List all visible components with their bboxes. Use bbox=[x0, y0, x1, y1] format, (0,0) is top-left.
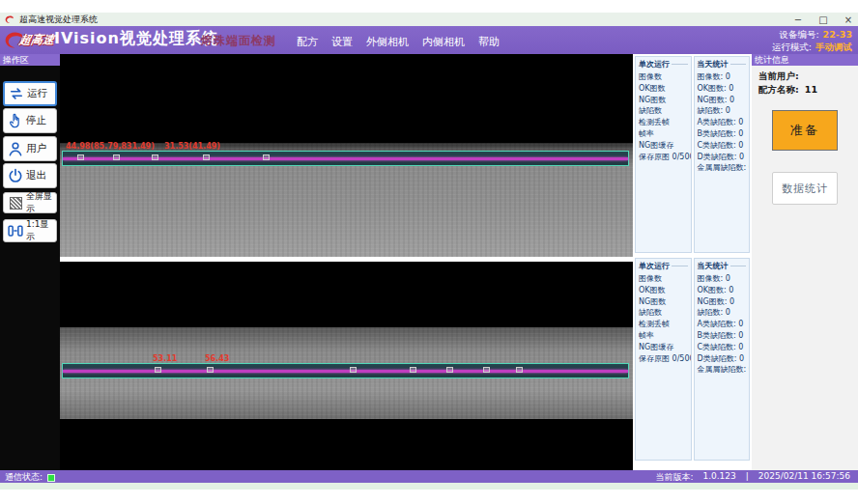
marker-box bbox=[446, 367, 453, 373]
minimize-button[interactable]: − bbox=[792, 14, 804, 25]
marker-box bbox=[483, 367, 490, 373]
groupbox-title: 当天统计 bbox=[698, 261, 747, 271]
menu-item[interactable]: 配方 bbox=[297, 35, 318, 49]
status-bar: 通信状态: 当前版本: 1.0.123 | 2025/02/11 16:57:5… bbox=[0, 470, 858, 483]
marker-box bbox=[263, 154, 270, 160]
exit-button[interactable]: 退出 bbox=[3, 163, 57, 188]
prepare-button[interactable]: 准备 bbox=[772, 110, 838, 151]
info-panel: 统计信息 当前用户: 配方名称:11 准备 数据统计 bbox=[752, 54, 858, 470]
stat-item: 帧率 bbox=[639, 128, 688, 140]
measurement-annotation: 31.53(41.49) bbox=[164, 142, 220, 151]
run-cycle-icon bbox=[8, 85, 25, 102]
one-to-one-button[interactable]: 1:1显示 bbox=[3, 219, 57, 242]
one-to-one-button-label: 1:1显示 bbox=[26, 218, 56, 243]
fullscreen-button[interactable]: 全屏显示 bbox=[3, 192, 57, 213]
stat-item: NG图数 bbox=[639, 296, 688, 308]
device-info: 设备编号:22-33 运行模式:手动调试 bbox=[772, 28, 852, 53]
menu-item[interactable]: 内侧相机 bbox=[422, 35, 465, 49]
window-title: 超高速视觉处理系统 bbox=[19, 14, 98, 26]
menu-item[interactable]: 设置 bbox=[331, 35, 353, 49]
taskbar-strip bbox=[0, 483, 858, 490]
stop-button[interactable]: 停止 bbox=[3, 108, 57, 133]
stat-item: 图像数: 0 bbox=[698, 71, 747, 83]
mode-label: 运行模式: bbox=[772, 42, 812, 52]
stat-item: OK图数: 0 bbox=[698, 285, 747, 296]
bead-centerline bbox=[63, 370, 628, 373]
menu-bar: 配方设置外侧相机内侧相机帮助 bbox=[297, 35, 500, 49]
menu-item[interactable]: 外侧相机 bbox=[366, 35, 409, 49]
stat-item: 图像数: 0 bbox=[698, 273, 747, 285]
stat-item: 缺陷数 bbox=[639, 307, 688, 319]
run-button[interactable]: 运行 bbox=[3, 81, 57, 106]
mode-value: 手动调试 bbox=[815, 42, 852, 52]
stats-panel-inner: 单次运行 图像数OK图数NG图数缺陷数检测丢帧帧率NG图缓存保存原图 0/500… bbox=[635, 258, 750, 461]
camera-view-inner[interactable]: 53.11 56.43 bbox=[60, 262, 633, 470]
stat-item: B类缺陷数: 0 bbox=[698, 330, 747, 342]
one-to-one-icon bbox=[7, 222, 24, 239]
close-button[interactable]: × bbox=[843, 14, 854, 25]
statistics-column: 单次运行 图像数OK图数NG图数缺陷数检测丢帧帧率NG图缓存保存原图 0/500… bbox=[633, 54, 752, 470]
groupbox-title: 单次运行 bbox=[639, 59, 688, 70]
page-title: IVision视觉处理系统 bbox=[54, 29, 218, 49]
groupbox-title: 当天统计 bbox=[698, 59, 747, 70]
stat-item: 检测丢帧 bbox=[639, 117, 688, 128]
camera-view-outer[interactable]: 44.98(85.79,831.49) 31.53(41.49) bbox=[60, 54, 633, 257]
single-run-groupbox: 单次运行 图像数OK图数NG图数缺陷数检测丢帧帧率NG图缓存保存原图 0/500 bbox=[635, 258, 692, 461]
comm-status-indicator bbox=[47, 474, 55, 482]
stat-item: NG图数: 0 bbox=[698, 296, 747, 308]
stat-item: 缺陷数: 0 bbox=[698, 307, 747, 319]
stat-item: 金属屑缺陷数: 0 bbox=[698, 364, 747, 376]
stat-item: A类缺陷数: 0 bbox=[698, 319, 747, 330]
marker-box bbox=[207, 367, 214, 373]
measurement-annotation: 53.11 bbox=[153, 354, 177, 363]
marker-box bbox=[77, 154, 84, 160]
marker-box bbox=[203, 154, 210, 160]
info-panel-header: 统计信息 bbox=[752, 54, 858, 66]
stat-item: D类缺陷数: 0 bbox=[698, 353, 747, 365]
user-icon bbox=[7, 140, 24, 157]
marker-box bbox=[155, 367, 161, 373]
stat-item: C类缺陷数: 0 bbox=[698, 342, 747, 353]
stat-item: OK图数: 0 bbox=[698, 83, 747, 95]
stat-item: 图像数 bbox=[639, 273, 688, 285]
page-subtitle: 熔珠端面检测 bbox=[201, 33, 276, 49]
sidebar-header: 操作区 bbox=[0, 54, 60, 66]
sidebar: 操作区 运行 停止 用户 退出 全屏显示 bbox=[0, 54, 60, 470]
user-button[interactable]: 用户 bbox=[3, 136, 57, 161]
power-icon bbox=[7, 167, 24, 184]
device-label: 设备编号: bbox=[779, 29, 818, 40]
app-icon bbox=[4, 14, 14, 25]
stat-item: OK图数 bbox=[639, 83, 688, 95]
menu-item[interactable]: 帮助 bbox=[478, 35, 500, 49]
stat-item: 金属屑缺陷数: 0 bbox=[698, 162, 747, 174]
stat-item: 保存原图 0/500 bbox=[639, 353, 688, 365]
recipe-name-label: 配方名称: bbox=[758, 84, 799, 95]
marker-box bbox=[113, 154, 120, 160]
daily-stats-groupbox: 当天统计 图像数: 0OK图数: 0NG图数: 0缺陷数: 0A类缺陷数: 0B… bbox=[694, 258, 751, 461]
stat-item: 缺陷数 bbox=[639, 105, 688, 117]
stat-item: NG图数: 0 bbox=[698, 95, 747, 106]
app-window: 超高速视觉处理系统 − □ × 超高速 IVision视觉处理系统 熔珠端面检测… bbox=[0, 0, 858, 504]
stat-item: NG图数 bbox=[639, 95, 688, 106]
stat-item: OK图数 bbox=[639, 285, 688, 296]
stop-hand-icon bbox=[7, 112, 24, 129]
stat-item: 图像数 bbox=[639, 71, 688, 83]
fullscreen-button-label: 全屏显示 bbox=[26, 190, 56, 215]
device-value: 22-33 bbox=[823, 29, 852, 40]
maximize-button[interactable]: □ bbox=[817, 14, 829, 25]
user-button-label: 用户 bbox=[26, 142, 46, 155]
fullscreen-grid-icon bbox=[7, 194, 24, 211]
marker-box bbox=[410, 367, 416, 373]
data-statistics-button[interactable]: 数据统计 bbox=[772, 172, 838, 205]
brand-logo: 超高速 bbox=[2, 27, 54, 53]
stat-item: D类缺陷数: 0 bbox=[698, 152, 747, 163]
stat-item: 缺陷数: 0 bbox=[698, 105, 747, 117]
exit-button-label: 退出 bbox=[26, 169, 46, 182]
marker-box bbox=[516, 367, 523, 373]
bead-detection-roi bbox=[62, 151, 629, 166]
stat-item: NG图缓存 bbox=[639, 140, 688, 152]
stat-item: 帧率 bbox=[639, 330, 688, 342]
stat-item: 保存原图 0/500 bbox=[639, 152, 688, 163]
stat-item: NG图缓存 bbox=[639, 342, 688, 353]
app-header: 超高速 IVision视觉处理系统 熔珠端面检测 配方设置外侧相机内侧相机帮助 … bbox=[0, 26, 858, 54]
